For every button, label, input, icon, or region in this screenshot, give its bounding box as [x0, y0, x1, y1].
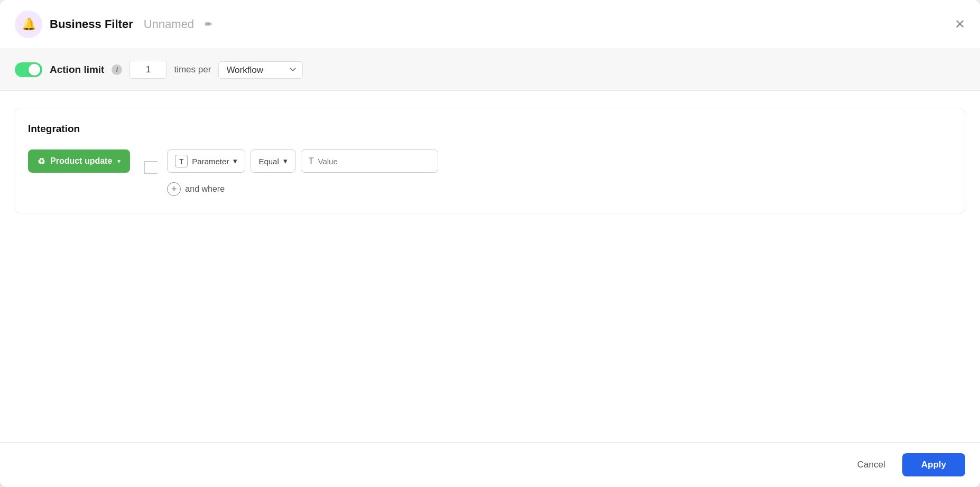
close-icon: ✕: [955, 18, 965, 31]
webhook-icon: ♻: [38, 156, 45, 166]
header-subtitle: Unnamed: [144, 17, 194, 31]
value-input-wrapper: T: [301, 149, 438, 173]
edit-name-button[interactable]: ✏: [202, 16, 215, 32]
horizontal-line-bottom: [144, 173, 158, 174]
equal-button[interactable]: Equal ▾: [251, 149, 295, 173]
value-type-icon: T: [309, 156, 314, 166]
plus-circle-icon: +: [167, 182, 181, 196]
product-update-label: Product update: [50, 156, 112, 166]
header-title: Business Filter: [50, 17, 133, 31]
info-icon[interactable]: i: [112, 64, 122, 75]
parameter-label: Parameter: [192, 157, 229, 166]
parameter-chevron-icon: ▾: [233, 156, 237, 166]
parameter-button[interactable]: T Parameter ▾: [167, 149, 245, 173]
value-input[interactable]: [318, 157, 430, 166]
integration-row: ♻ Product update ▾: [28, 149, 952, 198]
integration-title: Integration: [28, 123, 952, 135]
times-per-label: times per: [174, 64, 211, 75]
toggle-slider: [15, 62, 42, 77]
modal-body: Integration ♻ Product update ▾: [0, 91, 980, 442]
and-where-button[interactable]: + and where: [167, 180, 438, 198]
equal-label: Equal: [258, 157, 279, 166]
horizontal-line-top: [144, 161, 158, 162]
close-button[interactable]: ✕: [955, 18, 965, 31]
parameter-type-icon: T: [175, 155, 188, 167]
modal-footer: Cancel Apply: [0, 442, 980, 487]
condition-row: T Parameter ▾ Equal ▾ T: [167, 149, 438, 173]
product-update-button[interactable]: ♻ Product update ▾: [28, 149, 130, 173]
integration-card: Integration ♻ Product update ▾: [15, 108, 965, 213]
action-limit-toggle[interactable]: [15, 62, 42, 77]
and-where-label: and where: [185, 184, 225, 194]
action-limit-bar: Action limit i times per Workflow Day We…: [0, 49, 980, 91]
trigger-chevron-icon: ▾: [117, 158, 121, 165]
workflow-select[interactable]: Workflow Day Week Month: [218, 61, 303, 79]
equal-chevron-icon: ▾: [283, 156, 288, 166]
modal-container: 🔔 Business Filter Unnamed ✏ ✕ Action lim…: [0, 0, 980, 487]
vertical-line: [144, 161, 145, 174]
edit-icon: ✏: [205, 18, 212, 30]
header-icon-wrapper: 🔔: [15, 11, 42, 38]
conditions-column: T Parameter ▾ Equal ▾ T: [167, 149, 438, 198]
times-input[interactable]: [130, 61, 167, 79]
cancel-button[interactable]: Cancel: [848, 454, 895, 475]
modal-header: 🔔 Business Filter Unnamed ✏ ✕: [0, 0, 980, 49]
bell-icon: 🔔: [22, 17, 36, 31]
action-limit-label: Action limit: [50, 64, 104, 76]
tree-connector: [133, 149, 159, 198]
apply-button[interactable]: Apply: [902, 453, 965, 476]
